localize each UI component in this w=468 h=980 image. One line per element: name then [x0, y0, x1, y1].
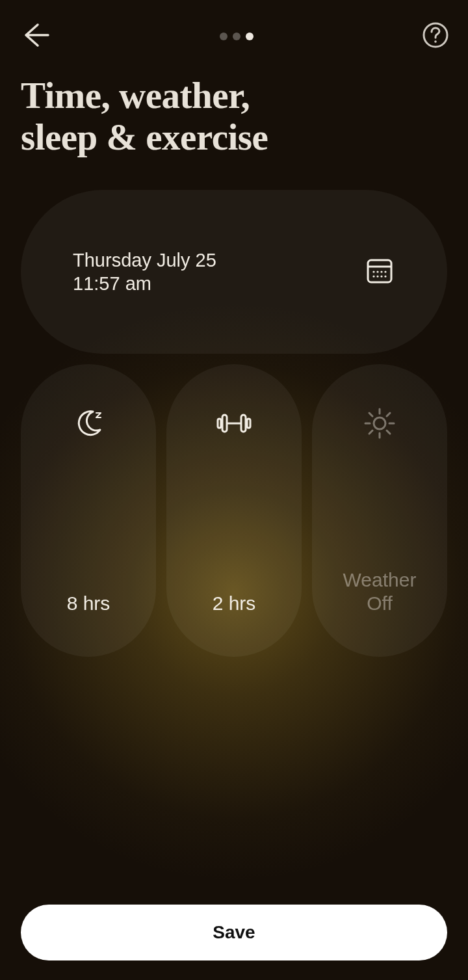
- title-line-1: Time, weather,: [21, 75, 250, 116]
- dumbbell-icon: [214, 401, 254, 446]
- weather-line1: Weather: [343, 569, 417, 590]
- pager-dot-2: [233, 33, 240, 40]
- svg-line-23: [387, 430, 390, 434]
- time-label: 11:57 am: [73, 272, 216, 295]
- svg-rect-12: [222, 415, 227, 432]
- svg-rect-15: [247, 419, 250, 428]
- title-line-2: sleep & exercise: [21, 116, 268, 157]
- svg-rect-13: [241, 415, 246, 432]
- svg-rect-2: [368, 260, 391, 282]
- datetime-card[interactable]: Thursday July 25 11:57 am: [21, 190, 447, 354]
- sun-icon: [363, 401, 396, 446]
- page-indicator: [220, 33, 254, 40]
- header: [0, 20, 468, 53]
- weather-value: Weather Off: [343, 568, 417, 615]
- page-title: Time, weather, sleep & exercise: [21, 75, 447, 159]
- svg-point-9: [376, 275, 378, 277]
- metrics-row: 8 hrs 2 hrs: [21, 364, 447, 657]
- svg-point-8: [372, 275, 374, 277]
- help-icon: [422, 21, 449, 51]
- sleep-value: 8 hrs: [67, 592, 110, 615]
- svg-point-5: [376, 271, 378, 272]
- pager-dot-3: [246, 33, 254, 40]
- exercise-value: 2 hrs: [213, 592, 256, 615]
- svg-point-11: [384, 275, 386, 277]
- weather-card[interactable]: Weather Off: [312, 364, 447, 657]
- svg-point-1: [434, 40, 437, 43]
- svg-line-25: [369, 430, 372, 434]
- calendar-icon: [364, 255, 395, 289]
- weather-line2: Off: [367, 592, 392, 614]
- pager-dot-1: [220, 33, 228, 40]
- save-button[interactable]: Save: [21, 905, 447, 960]
- sleep-card[interactable]: 8 hrs: [21, 364, 156, 657]
- date-label: Thursday July 25: [73, 248, 216, 272]
- help-button[interactable]: [421, 22, 450, 51]
- svg-point-7: [384, 271, 386, 272]
- svg-point-17: [374, 417, 385, 429]
- svg-line-22: [369, 413, 372, 416]
- svg-point-10: [380, 275, 382, 277]
- exercise-card[interactable]: 2 hrs: [166, 364, 302, 657]
- svg-point-6: [380, 271, 382, 272]
- svg-line-24: [387, 413, 390, 416]
- content-cards: Thursday July 25 11:57 am: [21, 190, 447, 657]
- arrow-left-icon: [20, 20, 51, 53]
- svg-point-4: [372, 271, 374, 272]
- back-button[interactable]: [18, 20, 52, 53]
- datetime-text: Thursday July 25 11:57 am: [73, 248, 216, 296]
- svg-rect-14: [218, 419, 221, 428]
- moon-sleep-icon: [72, 401, 105, 446]
